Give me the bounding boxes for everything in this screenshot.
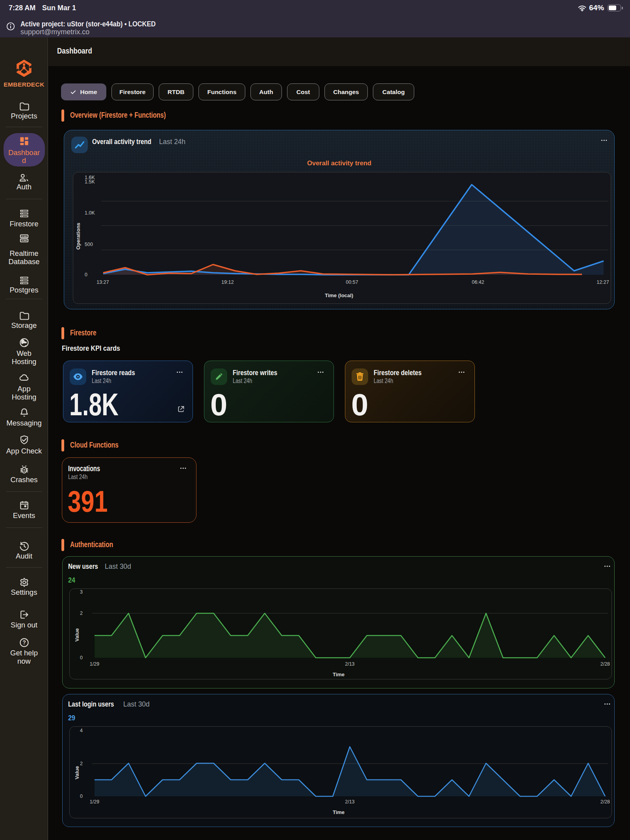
svg-text:06:42: 06:42 bbox=[472, 279, 484, 285]
svg-text:1.5K: 1.5K bbox=[85, 179, 95, 185]
svg-text:0: 0 bbox=[80, 794, 83, 799]
svg-text:Time: Time bbox=[333, 672, 345, 677]
svg-text:00:57: 00:57 bbox=[346, 279, 358, 285]
svg-text:2/13: 2/13 bbox=[345, 799, 354, 805]
svg-text:500: 500 bbox=[85, 242, 93, 247]
svg-text:3: 3 bbox=[80, 589, 83, 595]
svg-text:2/28: 2/28 bbox=[600, 799, 610, 805]
svg-text:19:12: 19:12 bbox=[221, 279, 233, 285]
svg-text:2: 2 bbox=[80, 611, 83, 616]
svg-text:1/29: 1/29 bbox=[90, 799, 99, 805]
svg-text:Value: Value bbox=[74, 766, 80, 779]
svg-text:Value: Value bbox=[74, 628, 80, 642]
svg-text:0: 0 bbox=[85, 272, 87, 278]
svg-text:13:27: 13:27 bbox=[96, 279, 109, 285]
svg-text:2: 2 bbox=[80, 761, 83, 766]
svg-text:Time (local): Time (local) bbox=[325, 292, 353, 298]
svg-text:?: ? bbox=[22, 639, 26, 646]
svg-text:Time: Time bbox=[333, 809, 345, 815]
svg-text:Operations: Operations bbox=[75, 223, 81, 250]
svg-text:1/29: 1/29 bbox=[90, 661, 99, 667]
svg-text:0: 0 bbox=[80, 655, 83, 661]
svg-text:2/13: 2/13 bbox=[345, 661, 354, 667]
svg-text:4: 4 bbox=[80, 728, 83, 733]
svg-text:12:27: 12:27 bbox=[597, 279, 609, 285]
svg-text:2/28: 2/28 bbox=[600, 661, 610, 667]
svg-text:1.0K: 1.0K bbox=[85, 210, 95, 216]
